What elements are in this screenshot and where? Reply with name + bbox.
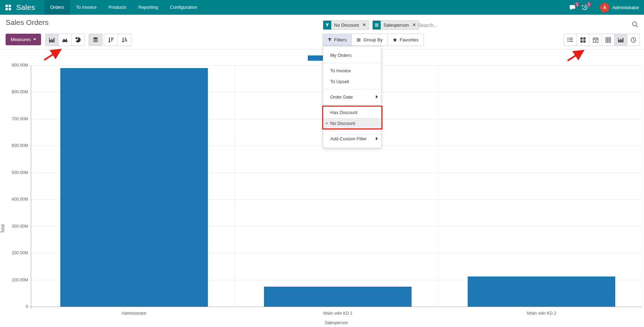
menu-item-add-custom-filter[interactable]: Add Custom Filter: [323, 133, 381, 144]
facet-remove-icon[interactable]: ✕: [362, 21, 369, 29]
sort-desc-button[interactable]: [104, 34, 118, 46]
bar-chart-icon: [49, 37, 55, 42]
sort-asc-icon: [122, 37, 128, 43]
page-title: Sales Orders: [6, 18, 49, 27]
graph-view-button[interactable]: [614, 34, 627, 46]
filter-icon: [325, 23, 329, 27]
nav-item-products[interactable]: Products: [102, 0, 132, 15]
facet-salesperson[interactable]: Salesperson ✕: [372, 20, 419, 30]
activities-badge: 1: [586, 2, 591, 7]
bar-chart: 900.00M800.00M700.00M600.00M500.00M400.0…: [0, 49, 644, 327]
user-name[interactable]: Administrator: [612, 5, 639, 10]
y-axis-tick-label: 900.00M: [3, 63, 28, 68]
calendar-view-button[interactable]: [589, 34, 602, 46]
menu-item-to-invoice[interactable]: To Invoice: [323, 65, 381, 76]
submenu-arrow-icon: [376, 95, 378, 99]
group-by-icon: [357, 38, 361, 42]
menu-item-my-orders[interactable]: My Orders: [323, 50, 381, 61]
kanban-view-icon: [580, 37, 586, 43]
group-by-label: Group By: [363, 37, 382, 42]
submenu-arrow-icon: [376, 137, 378, 140]
pie-chart-icon: [75, 37, 81, 43]
activities-button[interactable]: 1: [579, 0, 591, 15]
favorites-button[interactable]: Favorites: [387, 34, 423, 46]
calendar-view-icon: [593, 37, 598, 43]
filters-label: Filters: [334, 37, 346, 42]
menu-divider: [323, 105, 381, 105]
list-view-button[interactable]: [564, 34, 577, 46]
menu-item-label: To Upsell: [330, 79, 349, 84]
user-avatar[interactable]: A: [600, 3, 609, 12]
facet-label: No Discount: [331, 21, 362, 29]
filter-icon: [328, 38, 332, 42]
y-axis-tick-label: 500.00M: [3, 170, 28, 175]
bar-Administrator[interactable]: [60, 68, 208, 307]
messages-button[interactable]: 1: [567, 0, 579, 15]
x-gridline: [438, 65, 439, 307]
x-axis-category-label: Administrator: [82, 311, 187, 316]
apps-menu-button[interactable]: [0, 0, 16, 15]
y-axis-tick-label: 200.00M: [3, 251, 28, 255]
nav-item-reporting[interactable]: Reporting: [133, 0, 164, 15]
menu-item-label: To Invoice: [330, 68, 351, 73]
measures-label: Measures: [11, 37, 30, 42]
y-axis-tick-label: 400.00M: [3, 197, 28, 202]
facet-label: Salesperson: [381, 21, 412, 29]
menu-item-label: Order Date: [330, 94, 353, 100]
annotation-highlight-box: [322, 106, 382, 129]
menu-item-order-date[interactable]: Order Date: [323, 92, 381, 102]
activity-view-button[interactable]: [627, 34, 640, 46]
pivot-view-icon: [605, 37, 611, 43]
search-icon[interactable]: [632, 21, 638, 28]
facet-no-discount[interactable]: No Discount ✕: [323, 20, 369, 30]
y-axis-tick-label: 700.00M: [3, 116, 28, 121]
x-axis-category-label: Nhân viên KD 2: [489, 311, 594, 316]
sort-group: [104, 34, 131, 46]
legend-swatch: [308, 55, 323, 61]
x-axis-title: Salesperson: [31, 320, 642, 325]
nav-item-configuration[interactable]: Configuration: [164, 0, 203, 15]
bar-chart-button[interactable]: [45, 34, 59, 46]
filters-dropdown-menu: My Orders To Invoice To Upsell Order Dat…: [323, 46, 381, 148]
measures-button[interactable]: Measures: [6, 34, 41, 45]
y-axis-tick-label: 300.00M: [3, 224, 28, 229]
stacked-group: [89, 34, 102, 46]
y-axis-tick-label: 800.00M: [3, 89, 28, 94]
area-chart-icon: [62, 37, 68, 42]
menu-divider: [323, 89, 381, 89]
sales-orders-graph-page: Sales Orders To Invoice Products Reporti…: [0, 0, 644, 327]
sort-asc-button[interactable]: [117, 34, 131, 46]
group-by-button[interactable]: Group By: [351, 34, 388, 46]
nav-item-orders[interactable]: Orders: [44, 0, 70, 15]
group-by-icon: [375, 23, 379, 27]
bar-Nhân viên KD 2[interactable]: [468, 276, 615, 307]
sort-desc-icon: [108, 37, 114, 43]
line-chart-button[interactable]: [58, 34, 72, 46]
pie-chart-button[interactable]: [71, 34, 84, 46]
search-input[interactable]: [418, 20, 621, 30]
stacked-toggle-button[interactable]: [89, 34, 102, 46]
y-gridline: [29, 307, 642, 307]
x-gridline: [642, 65, 642, 307]
stacked-database-icon: [93, 37, 99, 43]
graph-view-icon: [618, 37, 624, 42]
menu-item-label: Add Custom Filter: [330, 136, 367, 141]
nav-item-to-invoice[interactable]: To Invoice: [70, 0, 103, 15]
clock-icon: [631, 37, 636, 43]
menu-divider: [323, 131, 381, 131]
app-brand[interactable]: Sales: [16, 3, 35, 12]
x-gridline: [235, 65, 235, 307]
filters-button[interactable]: Filters: [323, 34, 352, 46]
apps-grid-icon: [5, 5, 11, 11]
star-icon: [393, 38, 397, 42]
bar-Nhân viên KD 1[interactable]: [264, 287, 412, 307]
menu-divider: [323, 63, 381, 63]
favorites-label: Favorites: [400, 37, 418, 42]
chart-type-group: [45, 34, 84, 46]
kanban-view-button[interactable]: [576, 34, 589, 46]
menu-item-label: My Orders: [330, 53, 352, 58]
menu-item-to-upsell[interactable]: To Upsell: [323, 76, 381, 87]
y-axis-tick-label: 600.00M: [3, 143, 28, 148]
pivot-view-button[interactable]: [602, 34, 615, 46]
search-facets: No Discount ✕ Salesperson ✕: [323, 20, 422, 30]
